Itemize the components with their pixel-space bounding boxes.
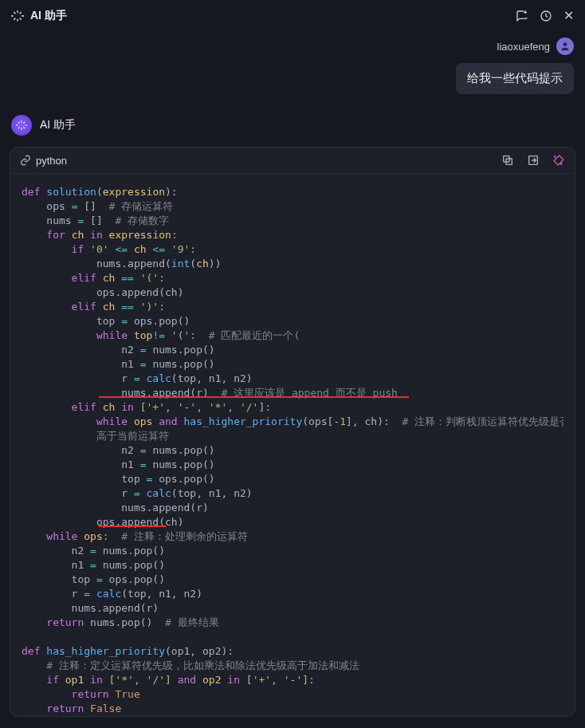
user-message-row: 给我一些代码提示 [0, 60, 585, 108]
sparkle-icon [11, 10, 24, 22]
titlebar: AI 助手 ✕ [0, 0, 585, 31]
titlebar-left: AI 助手 [11, 9, 67, 23]
user-message-bubble: 给我一些代码提示 [456, 63, 574, 94]
svg-point-1 [563, 42, 567, 46]
code-header: python [10, 148, 575, 173]
assistant-avatar-icon [11, 115, 32, 136]
code-actions [501, 154, 565, 167]
user-avatar[interactable] [556, 37, 574, 55]
titlebar-actions: ✕ [516, 8, 574, 23]
history-icon[interactable] [540, 10, 552, 22]
close-icon[interactable]: ✕ [563, 8, 574, 23]
magic-icon[interactable] [552, 154, 565, 167]
code-language-label: python [36, 155, 67, 167]
assistant-name: AI 助手 [40, 118, 76, 132]
link-icon [20, 155, 31, 166]
error-underline-1 [99, 396, 409, 398]
error-underline-2 [99, 525, 166, 527]
code-block: python def solution(expression): ops = [… [10, 147, 575, 717]
code-body[interactable]: def solution(expression): ops = [] # 存储运… [10, 173, 575, 716]
code-content: def solution(expression): ops = [] # 存储运… [22, 185, 563, 716]
username: liaoxuefeng [497, 41, 551, 53]
new-chat-icon[interactable] [516, 10, 528, 22]
user-info-row: liaoxuefeng [0, 31, 585, 60]
copy-icon[interactable] [501, 154, 514, 167]
insert-icon[interactable] [527, 154, 540, 167]
code-language: python [20, 155, 67, 167]
assistant-header: AI 助手 [0, 108, 585, 147]
app-title: AI 助手 [30, 9, 67, 23]
